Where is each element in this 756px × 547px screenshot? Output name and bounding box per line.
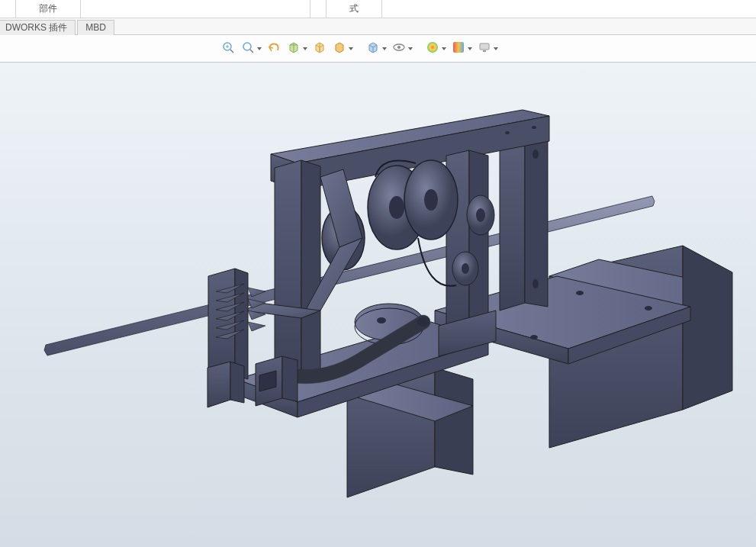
ribbon-group-empty-3 bbox=[310, 0, 327, 18]
svg-point-7 bbox=[397, 46, 401, 49]
view-toolbar bbox=[0, 35, 756, 63]
svg-point-16 bbox=[532, 150, 539, 159]
svg-point-4 bbox=[243, 43, 251, 50]
scene-icon bbox=[452, 40, 465, 56]
display-mode-dropdown[interactable] bbox=[348, 40, 354, 57]
svg-point-27 bbox=[462, 263, 469, 274]
monitor-dropdown[interactable] bbox=[493, 40, 499, 57]
appearance-button[interactable] bbox=[424, 40, 441, 57]
svg-point-12 bbox=[576, 291, 584, 295]
visibility-button[interactable] bbox=[391, 40, 407, 57]
svg-point-23 bbox=[424, 189, 438, 211]
ribbon-group-mode[interactable]: 式 bbox=[327, 0, 382, 18]
scene-dropdown[interactable] bbox=[467, 40, 473, 57]
svg-rect-11 bbox=[483, 50, 486, 52]
ribbon-group-empty-2 bbox=[294, 0, 310, 18]
zoom-fit-button[interactable] bbox=[220, 40, 236, 57]
tab-mbd-label: MBD bbox=[85, 22, 106, 33]
visibility-icon bbox=[392, 40, 406, 56]
render-dropdown[interactable] bbox=[381, 40, 388, 57]
svg-point-25 bbox=[476, 208, 485, 222]
appearance-icon bbox=[426, 40, 439, 56]
svg-line-5 bbox=[250, 50, 253, 53]
section-view-icon bbox=[287, 40, 301, 56]
svg-point-32 bbox=[377, 317, 386, 323]
zoom-area-dropdown[interactable] bbox=[256, 40, 262, 57]
svg-point-18 bbox=[532, 126, 536, 129]
visibility-dropdown[interactable] bbox=[407, 40, 413, 57]
svg-point-17 bbox=[532, 279, 539, 288]
section-view-button[interactable] bbox=[285, 40, 302, 57]
display-mode-icon bbox=[333, 40, 346, 56]
svg-rect-10 bbox=[480, 43, 489, 50]
svg-point-19 bbox=[505, 131, 510, 134]
tab-solidworks-plugin-label: DWORKS 插件 bbox=[5, 21, 67, 34]
section-view-dropdown[interactable] bbox=[302, 40, 308, 57]
render-icon bbox=[366, 40, 380, 56]
zoom-fit-icon bbox=[221, 40, 235, 56]
tab-solidworks-plugin[interactable]: DWORKS 插件 bbox=[0, 20, 76, 35]
ribbon-group-parts-label: 部件 bbox=[39, 2, 57, 15]
scene-button[interactable] bbox=[450, 40, 467, 57]
ribbon-strip: 部件 式 bbox=[0, 0, 756, 18]
svg-point-15 bbox=[530, 335, 538, 339]
ribbon-group-parts[interactable]: 部件 bbox=[16, 0, 81, 18]
svg-point-21 bbox=[389, 196, 404, 219]
zoom-area-button[interactable] bbox=[240, 40, 256, 57]
monitor-button[interactable] bbox=[476, 40, 493, 57]
appearance-dropdown[interactable] bbox=[441, 40, 447, 57]
svg-point-33 bbox=[417, 317, 429, 327]
display-style-icon bbox=[313, 40, 327, 56]
pan-button[interactable] bbox=[265, 40, 282, 57]
svg-rect-9 bbox=[453, 42, 464, 53]
zoom-area-icon bbox=[241, 40, 255, 56]
monitor-icon bbox=[478, 40, 491, 56]
svg-line-1 bbox=[230, 50, 233, 53]
display-style-button[interactable] bbox=[311, 40, 328, 57]
command-tab-bar: DWORKS 插件 MBD bbox=[0, 18, 756, 35]
ribbon-group-mode-label: 式 bbox=[349, 2, 359, 15]
svg-point-13 bbox=[645, 306, 652, 311]
render-button[interactable] bbox=[365, 40, 381, 57]
pan-icon bbox=[267, 40, 281, 56]
tab-mbd[interactable]: MBD bbox=[77, 20, 114, 35]
svg-point-8 bbox=[427, 42, 438, 53]
graphics-viewport[interactable] bbox=[0, 63, 756, 547]
ribbon-group-empty-1 bbox=[0, 0, 16, 18]
display-mode-button[interactable] bbox=[331, 40, 348, 57]
